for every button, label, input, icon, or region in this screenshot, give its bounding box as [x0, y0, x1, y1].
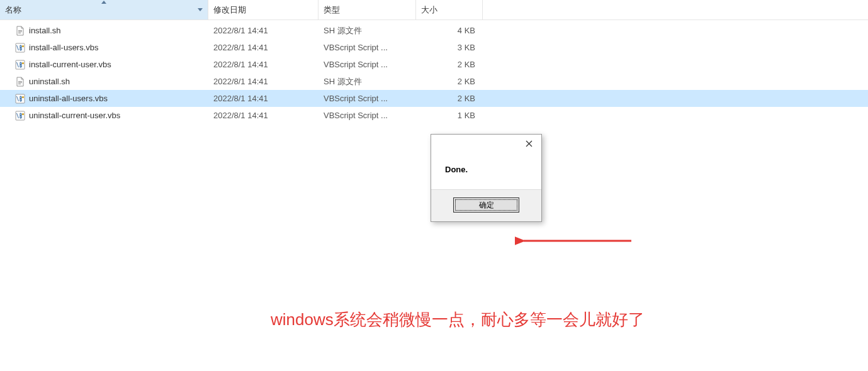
file-date-cell: 2022/8/1 14:41: [208, 26, 318, 35]
svg-rect-0: [18, 30, 22, 31]
file-size-cell: 4 KB: [416, 26, 483, 35]
file-date-cell: 2022/8/1 14:41: [208, 60, 318, 69]
file-type-cell: SH 源文件: [318, 25, 416, 36]
close-button[interactable]: [516, 135, 541, 152]
file-name-label: install-current-user.vbs: [29, 60, 111, 69]
file-date-cell: 2022/8/1 14:41: [208, 94, 318, 103]
column-header-size[interactable]: 大小: [416, 0, 483, 19]
column-header-size-label: 大小: [421, 4, 437, 16]
sh-file-icon: [15, 77, 25, 87]
column-header-date-label: 修改日期: [213, 4, 246, 16]
file-size-cell: 3 KB: [416, 43, 483, 52]
file-row[interactable]: install.sh2022/8/1 14:41SH 源文件4 KB: [0, 22, 868, 39]
vbscript-file-icon: [15, 111, 25, 121]
file-name-cell: install-all-users.vbs: [0, 43, 208, 53]
file-type-cell: VBScript Script ...: [318, 94, 416, 103]
file-row[interactable]: uninstall-current-user.vbs2022/8/1 14:41…: [0, 107, 868, 124]
chevron-down-icon[interactable]: [198, 8, 203, 11]
column-header-name-label: 名称: [5, 4, 21, 16]
file-name-cell: uninstall.sh: [0, 77, 208, 87]
file-type-cell: VBScript Script ...: [318, 43, 416, 52]
file-name-cell: uninstall-all-users.vbs: [0, 94, 208, 104]
file-name-cell: install-current-user.vbs: [0, 60, 208, 70]
file-name-label: uninstall-all-users.vbs: [29, 94, 108, 103]
ok-button[interactable]: 确定: [453, 197, 519, 213]
file-size-cell: 2 KB: [416, 94, 483, 103]
file-list: install.sh2022/8/1 14:41SH 源文件4 KBinstal…: [0, 20, 868, 124]
svg-point-13: [22, 113, 24, 115]
svg-rect-8: [18, 82, 22, 83]
file-size-cell: 2 KB: [416, 60, 483, 69]
file-date-cell: 2022/8/1 14:41: [208, 43, 318, 52]
svg-rect-1: [18, 31, 22, 32]
dialog-message: Done.: [431, 155, 541, 189]
file-size-cell: 1 KB: [416, 111, 483, 120]
sh-file-icon: [15, 26, 25, 36]
dialog-footer: 确定: [431, 189, 541, 221]
file-name-label: install.sh: [29, 26, 61, 35]
svg-point-4: [22, 45, 24, 47]
file-name-cell: uninstall-current-user.vbs: [0, 111, 208, 121]
file-row[interactable]: uninstall-all-users.vbs2022/8/1 14:41VBS…: [0, 90, 868, 107]
file-row[interactable]: uninstall.sh2022/8/1 14:41SH 源文件2 KB: [0, 73, 868, 90]
column-header-type[interactable]: 类型: [318, 0, 416, 19]
file-name-label: install-all-users.vbs: [29, 43, 99, 52]
svg-rect-9: [18, 84, 21, 84]
file-type-cell: SH 源文件: [318, 76, 416, 87]
file-name-label: uninstall.sh: [29, 77, 70, 86]
svg-rect-7: [18, 81, 22, 82]
sort-ascending-icon: [101, 1, 106, 4]
vbscript-file-icon: [15, 43, 25, 53]
dialog-titlebar: [431, 135, 541, 155]
column-header-name[interactable]: 名称: [0, 0, 208, 19]
svg-point-6: [22, 62, 24, 64]
message-dialog: Done. 确定: [431, 134, 542, 222]
column-header-date[interactable]: 修改日期: [208, 0, 318, 19]
svg-rect-2: [18, 33, 21, 33]
annotation-text: windows系统会稍微慢一点，耐心多等一会儿就好了: [271, 309, 645, 331]
file-date-cell: 2022/8/1 14:41: [208, 77, 318, 86]
close-icon: [526, 140, 533, 147]
file-name-cell: install.sh: [0, 26, 208, 36]
file-row[interactable]: install-current-user.vbs2022/8/1 14:41VB…: [0, 56, 868, 73]
file-size-cell: 2 KB: [416, 77, 483, 86]
file-name-label: uninstall-current-user.vbs: [29, 111, 120, 120]
column-header-row: 名称 修改日期 类型 大小: [0, 0, 868, 20]
annotation-arrow-icon: [515, 233, 634, 249]
file-type-cell: VBScript Script ...: [318, 60, 416, 69]
column-header-type-label: 类型: [324, 4, 340, 16]
file-type-cell: VBScript Script ...: [318, 111, 416, 120]
file-date-cell: 2022/8/1 14:41: [208, 111, 318, 120]
file-row[interactable]: install-all-users.vbs2022/8/1 14:41VBScr…: [0, 39, 868, 56]
vbscript-file-icon: [15, 60, 25, 70]
vbscript-file-icon: [15, 94, 25, 104]
svg-point-11: [22, 96, 24, 98]
